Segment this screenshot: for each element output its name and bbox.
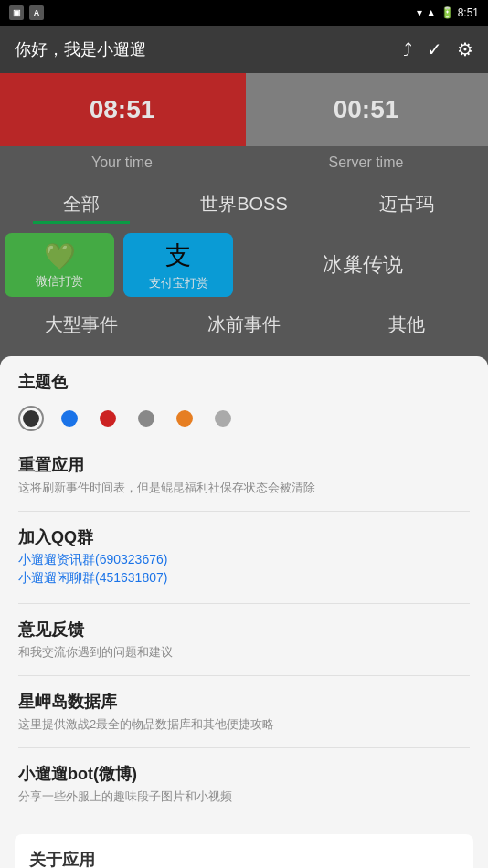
feedback-subtitle: 和我交流你遇到的问题和建议: [18, 644, 470, 661]
color-dot-blue[interactable]: [57, 406, 82, 431]
about-card-title: 关于应用: [29, 849, 459, 868]
header-icons: ⤴ ✓ ⚙: [403, 38, 473, 60]
timer-labels: Your time Server time: [0, 146, 488, 179]
bot-section[interactable]: 小遛遛bot(微博) 分享一些外服上的趣味段子图片和小视频: [0, 748, 488, 820]
color-dot-orange[interactable]: [172, 406, 197, 431]
app-title: 你好，我是小遛遛: [15, 38, 146, 60]
feedback-title: 意见反馈: [18, 619, 470, 640]
color-inner-blue: [61, 410, 78, 427]
your-time-box: 08:51: [0, 73, 244, 146]
status-bar-right: ▾ ▲ 🔋 8:51: [417, 6, 479, 19]
bot-title: 小遛遛bot(微博): [18, 763, 470, 785]
timer-section: 08:51 00:51: [0, 73, 488, 146]
partial-item-2: 冰前事件: [163, 312, 325, 337]
status-bar: ▣ A ▾ ▲ 🔋 8:51: [0, 0, 488, 26]
tab-all[interactable]: 全部: [0, 185, 163, 224]
settings-panel: 主题色 重置应用 这将刷新事件时间表，但是鲲昆福利社保存状态: [0, 356, 488, 868]
wifi-icon: ▾: [417, 6, 422, 19]
your-time-label: Your time: [0, 146, 244, 179]
battery-icon: 🔋: [440, 6, 454, 19]
reset-title: 重置应用: [18, 454, 470, 476]
status-bar-left: ▣ A: [9, 5, 44, 20]
color-inner-lightgray: [215, 410, 231, 427]
reset-subtitle: 这将刷新事件时间表，但是鲲昆福利社保存状态会被清除: [18, 480, 470, 496]
qq-link-1[interactable]: 小遛遛资讯群(690323676): [18, 552, 470, 568]
theme-title: 主题色: [18, 371, 470, 393]
color-inner-red: [100, 410, 116, 427]
time-display: 8:51: [458, 6, 479, 19]
signal-icon: ▲: [426, 6, 437, 19]
server-time-label: Server time: [244, 146, 488, 179]
reset-section[interactable]: 重置应用 这将刷新事件时间表，但是鲲昆福利社保存状态会被清除: [0, 439, 488, 511]
status-dot-1: ▣: [9, 5, 24, 20]
alipay-icon: 支: [165, 238, 191, 273]
color-dot-red[interactable]: [95, 406, 121, 431]
color-dot-gray[interactable]: [133, 406, 159, 431]
db-subtitle: 这里提供激战2最全的物品数据库和其他便捷攻略: [18, 716, 470, 733]
about-card: 关于应用 当前版本： 4.31 小遛遛是 Shiny、Gaga 的闲暇作品 星岬…: [15, 834, 473, 868]
wechat-label: 微信打赏: [36, 273, 83, 290]
buttons-row: 💚 微信打赏 支 支付宝打赏 冰巢传说: [0, 228, 488, 302]
color-inner-orange: [176, 410, 193, 427]
feedback-section[interactable]: 意见反馈 和我交流你遇到的问题和建议: [0, 604, 488, 675]
app-header: 你好，我是小遛遛 ⤴ ✓ ⚙: [0, 26, 488, 73]
qq-section: 加入QQ群 小遛遛资讯群(690323676) 小遛遛闲聊群(451631807…: [0, 512, 488, 603]
wechat-icon: 💚: [44, 241, 76, 271]
tab-bar: 全部 世界BOSS 迈古玛: [0, 179, 488, 228]
right-feature-text: 冰巢传说: [238, 251, 488, 279]
theme-section: 主题色: [0, 356, 488, 439]
settings-icon[interactable]: ⚙: [457, 38, 473, 60]
qq-link-2[interactable]: 小遛遛闲聊群(451631807): [18, 570, 470, 587]
bot-subtitle: 分享一些外服上的趣味段子图片和小视频: [18, 789, 470, 805]
color-dots: [18, 406, 470, 431]
tab-world-boss[interactable]: 世界BOSS: [163, 185, 325, 224]
red-divider: [244, 73, 246, 146]
status-dot-2: A: [29, 5, 44, 20]
alipay-button[interactable]: 支 支付宝打赏: [123, 233, 233, 297]
partial-row: 大型事件 冰前事件 其他: [0, 302, 488, 347]
db-section[interactable]: 星岬岛数据库 这里提供激战2最全的物品数据库和其他便捷攻略: [0, 676, 488, 747]
partial-item-1: 大型事件: [0, 312, 163, 337]
tab-maiguma[interactable]: 迈古玛: [325, 185, 488, 224]
color-inner-dark: [23, 410, 39, 427]
wechat-button[interactable]: 💚 微信打赏: [5, 233, 114, 297]
color-inner-gray: [138, 410, 154, 427]
your-time-value: 08:51: [90, 95, 155, 124]
server-time-value: 00:51: [334, 95, 399, 124]
check-circle-icon[interactable]: ✓: [427, 38, 442, 60]
qq-title: 加入QQ群: [18, 526, 470, 548]
color-dot-lightgray[interactable]: [210, 406, 236, 431]
share-icon[interactable]: ⤴: [403, 39, 412, 60]
db-title: 星岬岛数据库: [18, 691, 470, 713]
server-time-box: 00:51: [244, 73, 488, 146]
color-dot-dark[interactable]: [18, 406, 44, 431]
partial-item-3: 其他: [325, 312, 488, 337]
background-content: 08:51 00:51 Your time Server time 全部 世界B…: [0, 73, 488, 365]
alipay-label: 支付宝打赏: [149, 275, 208, 291]
